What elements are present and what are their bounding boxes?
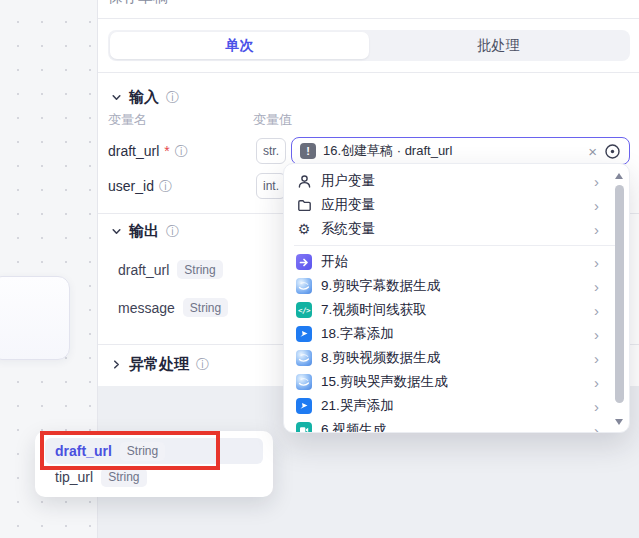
chevron-right-icon: › (594, 399, 599, 414)
chevron-right-icon: › (594, 303, 599, 318)
scrollbar-thumb[interactable] (615, 185, 624, 403)
chevron-right-icon: › (594, 222, 599, 237)
output-type-badge: String (177, 260, 222, 279)
info-icon[interactable]: ⓘ (159, 180, 172, 193)
chevron-right-icon: › (594, 255, 599, 270)
info-icon[interactable]: ⓘ (196, 358, 209, 371)
output-name: message (118, 300, 175, 316)
gear-icon: ⚙ (296, 221, 312, 237)
type-badge-integer: int. (256, 173, 286, 199)
variable-reference-text: 16.创建草稿 · draft_url (323, 142, 581, 160)
node-output-popup: draft_url String tip_url String (35, 431, 273, 497)
variable-name-label: user_id ⓘ (108, 178, 256, 194)
info-icon[interactable]: ⓘ (166, 91, 179, 104)
tab-single-run[interactable]: 单次 (110, 32, 369, 59)
dropdown-item-node-6[interactable]: 6.视频生成 › (284, 418, 629, 433)
chevron-down-icon (111, 226, 122, 237)
dropdown-item-app-variables[interactable]: 应用变量 › (284, 193, 629, 217)
chevron-right-icon: › (594, 279, 599, 294)
dropdown-item-node-9[interactable]: 9.剪映字幕数据生成 › (284, 274, 629, 298)
user-icon (296, 173, 312, 189)
start-node-icon (296, 254, 312, 270)
output-row-draft-url: draft_url String (118, 260, 223, 279)
variable-select-dropdown: 用户变量 › 应用变量 › ⚙ 系统变量 › 开始 › 9.剪映字幕数据生成 ›… (283, 163, 630, 433)
run-mode-tabbar: 单次 批处理 (108, 30, 630, 61)
dropdown-divider (294, 245, 619, 246)
clear-value-icon[interactable]: × (588, 144, 597, 159)
chevron-right-icon: › (594, 198, 599, 213)
input-section-title: 输入 (129, 88, 159, 107)
variable-name-label: draft_url* ⓘ (108, 143, 256, 159)
capcut-node-icon (296, 350, 312, 366)
capcut-node-icon (296, 278, 312, 294)
warning-icon: ! (300, 143, 316, 159)
divider (98, 18, 639, 19)
scroll-down-icon[interactable] (615, 419, 623, 425)
dropdown-item-node-15[interactable]: 15.剪映哭声数据生成 › (284, 370, 629, 394)
chevron-right-icon: › (594, 351, 599, 366)
type-badge-string: str. (256, 138, 286, 164)
input-row-draft-url: draft_url* ⓘ str. ! 16.创建草稿 · draft_url … (108, 137, 630, 165)
chevron-right-icon: › (594, 375, 599, 390)
dropdown-item-node-8[interactable]: 8.剪映视频数据生成 › (284, 346, 629, 370)
plugin-node-icon (296, 326, 312, 342)
info-icon[interactable]: ⓘ (175, 145, 188, 158)
dropdown-item-user-variables[interactable]: 用户变量 › (284, 169, 629, 193)
column-variable-value: 变量值 (253, 111, 292, 129)
plugin-node-icon (296, 398, 312, 414)
dropdown-item-node-21[interactable]: 21.哭声添加 › (284, 394, 629, 418)
canvas-workflow-node[interactable] (0, 276, 70, 360)
draft-url-value-input[interactable]: ! 16.创建草稿 · draft_url × (291, 137, 630, 165)
variable-picker-icon[interactable] (604, 143, 621, 160)
exception-section-title: 异常处理 (129, 355, 189, 374)
tab-batch-run[interactable]: 批处理 (369, 32, 628, 59)
folder-icon (296, 197, 312, 213)
output-row-message: message String (118, 298, 228, 317)
popup-row-tip-url[interactable]: tip_url String (45, 464, 263, 490)
required-asterisk: * (164, 143, 169, 159)
chevron-right-icon: › (594, 423, 599, 434)
exception-section-header[interactable]: 异常处理 ⓘ (111, 355, 209, 374)
popup-type-badge: String (101, 468, 146, 487)
dropdown-item-node-18[interactable]: 18.字幕添加 › (284, 322, 629, 346)
dropdown-scrollbar[interactable] (613, 169, 626, 429)
column-variable-name: 变量名 (108, 111, 147, 129)
save-draft-label: 保存草稿 (108, 0, 168, 7)
chevron-right-icon: › (594, 174, 599, 189)
dropdown-item-node-7[interactable]: </> 7.视频时间线获取 › (284, 298, 629, 322)
output-section-header[interactable]: 输出 ⓘ (111, 222, 179, 241)
output-section-title: 输出 (129, 222, 159, 241)
capcut-node-icon (296, 374, 312, 390)
output-name: draft_url (118, 262, 169, 278)
dropdown-item-start-node[interactable]: 开始 › (284, 250, 629, 274)
popup-row-draft-url[interactable]: draft_url String (45, 438, 263, 464)
output-type-badge: String (183, 298, 228, 317)
video-node-icon (296, 422, 312, 433)
chevron-down-icon (111, 92, 122, 103)
dropdown-item-system-variables[interactable]: ⚙ 系统变量 › (284, 217, 629, 241)
popup-type-badge: String (120, 442, 165, 461)
info-icon[interactable]: ⓘ (166, 225, 179, 238)
scroll-up-icon[interactable] (615, 173, 623, 179)
input-section-header[interactable]: 输入 ⓘ (111, 88, 179, 107)
code-node-icon: </> (296, 302, 312, 318)
chevron-right-icon: › (594, 327, 599, 342)
divider (98, 72, 639, 73)
chevron-right-icon (111, 359, 122, 370)
